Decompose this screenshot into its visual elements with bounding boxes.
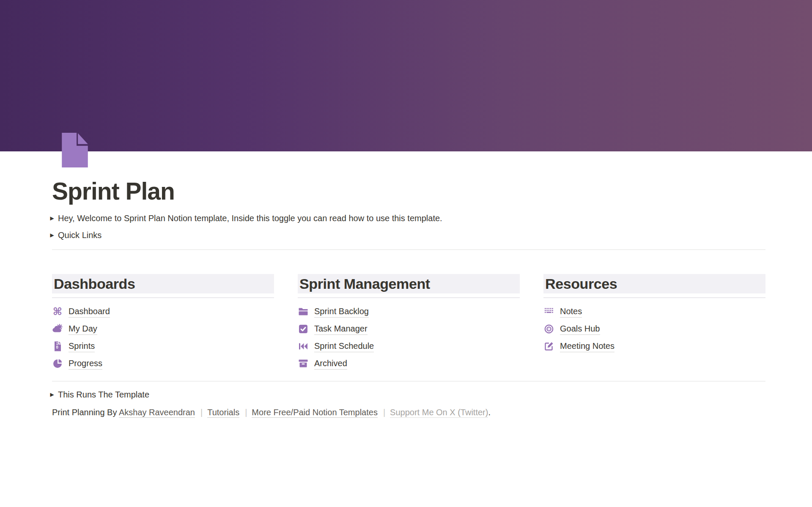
column-dashboards: Dashboards ⌘ Dashboard [52, 274, 274, 372]
separator: | [245, 408, 247, 417]
toggle-triangle-icon[interactable]: ▶ [47, 233, 57, 238]
toggle-welcome-label: Hey, Welcome to Sprint Plan Notion templ… [58, 214, 442, 223]
page-title: Sprint Plan [52, 151, 765, 206]
column-dashboards-title: Dashboards [52, 274, 274, 293]
separator: | [383, 408, 385, 417]
column-sprint-management-title: Sprint Management [298, 274, 520, 293]
column-divider [52, 297, 274, 298]
compose-icon [543, 341, 554, 352]
credits-suffix: . [488, 408, 491, 417]
link-more-templates[interactable]: More Free/Paid Notion Templates [252, 408, 378, 418]
toggle-triangle-icon[interactable]: ▶ [47, 216, 57, 221]
separator: | [200, 408, 203, 417]
toggle-triangle-icon[interactable]: ▶ [47, 392, 57, 397]
divider [52, 249, 765, 250]
archive-icon [298, 358, 309, 369]
page-link-notes[interactable]: Notes [543, 303, 765, 320]
page-link-sprint-backlog[interactable]: Sprint Backlog [298, 303, 520, 320]
credits-line: Print Planning By Akshay Raveendran|Tuto… [52, 404, 765, 421]
page-link-task-manager[interactable]: Task Manager [298, 320, 520, 337]
target-icon [543, 323, 554, 334]
page-link-meeting-notes[interactable]: Meeting Notes [543, 337, 765, 355]
link-columns: Dashboards ⌘ Dashboard [52, 274, 765, 372]
keyboard-icon [543, 306, 554, 317]
toggle-welcome[interactable]: ▶ Hey, Welcome to Sprint Plan Notion tem… [52, 210, 765, 227]
folder-icon [298, 306, 309, 317]
page-cover [0, 0, 812, 151]
page-link-goals-hub[interactable]: Goals Hub [543, 320, 765, 337]
page-link-my-day[interactable]: My Day [52, 320, 274, 337]
pie-chart-icon [52, 358, 63, 369]
toggle-runs-template[interactable]: ▶ This Runs The Template [52, 386, 765, 403]
toggle-quick-links-label: Quick Links [58, 230, 102, 240]
page-link-sprint-schedule[interactable]: Sprint Schedule [298, 337, 520, 355]
link-support-twitter[interactable]: Support Me On X (Twitter) [390, 408, 488, 418]
checkbox-icon [298, 323, 309, 334]
page-link-sprints[interactable]: Sprints [52, 337, 274, 355]
sun-cloud-icon [52, 323, 63, 334]
page-body: Sprint Plan ▶ Hey, Welcome to Sprint Pla… [52, 151, 765, 421]
column-resources: Resources Notes [543, 274, 765, 372]
rewind-icon [298, 341, 309, 352]
page-link-dashboard[interactable]: ⌘ Dashboard [52, 303, 274, 320]
credits-prefix: Print Planning By [52, 408, 117, 417]
column-resources-title: Resources [543, 274, 765, 293]
link-author[interactable]: Akshay Raveendran [119, 408, 195, 418]
page-link-archived[interactable]: Archived [298, 355, 520, 372]
page-document-icon[interactable] [62, 133, 88, 167]
link-tutorials[interactable]: Tutorials [207, 408, 239, 418]
file-icon [52, 341, 63, 352]
column-sprint-management: Sprint Management Sprint Backlog Task Ma… [298, 274, 520, 372]
column-divider [543, 297, 765, 298]
command-icon: ⌘ [52, 306, 63, 317]
column-divider [298, 297, 520, 298]
toggle-quick-links[interactable]: ▶ Quick Links [52, 227, 765, 244]
toggle-runs-template-label: This Runs The Template [58, 390, 149, 400]
page-link-progress[interactable]: Progress [52, 355, 274, 372]
divider [52, 381, 765, 381]
